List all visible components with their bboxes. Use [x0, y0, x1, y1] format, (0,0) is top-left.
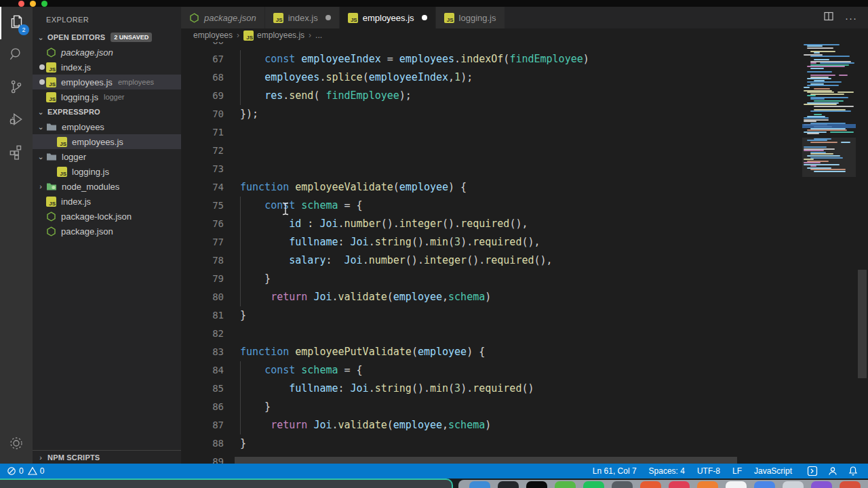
code-line-79[interactable]: 79 } — [181, 270, 868, 288]
open-editor-item-index.js[interactable]: JSindex.js — [33, 60, 181, 75]
line-number[interactable]: 88 — [181, 434, 224, 453]
breadcrumb-item-employees.js[interactable]: JSemployees.js — [243, 30, 304, 41]
code-line-73[interactable]: 73 — [181, 160, 868, 178]
minimap-visible-region[interactable] — [802, 138, 856, 177]
code-line-81[interactable]: 81} — [181, 306, 868, 325]
line-number[interactable]: 83 — [181, 343, 224, 361]
activity-extensions-button[interactable] — [0, 137, 33, 169]
activity-search-button[interactable] — [0, 39, 33, 72]
activity-settings-button[interactable] — [0, 428, 33, 461]
line-number[interactable]: 82 — [181, 325, 224, 343]
open-editor-item-package.json[interactable]: package.json — [33, 45, 181, 60]
code-line-76[interactable]: 76 id : Joi.number().integer().required(… — [181, 215, 868, 233]
code-line-80[interactable]: 80 return Joi.validate(employee,schema) — [181, 288, 868, 306]
line-number[interactable]: 84 — [181, 361, 224, 380]
breadcrumb-item-...[interactable]: ... — [315, 30, 322, 40]
code-line-77[interactable]: 77 fullname: Joi.string().min(3).require… — [181, 233, 868, 251]
line-number[interactable]: 74 — [181, 178, 224, 197]
split-editor-icon[interactable] — [823, 11, 834, 24]
status-encoding[interactable]: UTF-8 — [697, 466, 720, 476]
code-line-86[interactable]: 86 } — [181, 398, 868, 416]
activity-source-control-button[interactable] — [0, 72, 33, 104]
dock-app-icon[interactable] — [640, 481, 661, 488]
tab-package.json[interactable]: package.json — [181, 7, 265, 28]
line-number[interactable]: 72 — [181, 142, 224, 160]
code-line-88[interactable]: 88} — [181, 434, 868, 453]
status-language-mode[interactable]: JavaScript — [754, 466, 792, 476]
code-line-87[interactable]: 87 return Joi.validate(employee,schema) — [181, 416, 868, 434]
code-line-85[interactable]: 85 fullname: Joi.string().min(3).require… — [181, 380, 868, 398]
status-eol[interactable]: LF — [732, 466, 742, 476]
minimize-window-button[interactable] — [30, 1, 36, 7]
status-indentation[interactable]: Spaces: 4 — [649, 466, 685, 476]
activity-explorer-button[interactable]: 2 — [0, 7, 33, 39]
line-number[interactable]: 78 — [181, 251, 224, 270]
code-line-67[interactable]: 67 const employeeIndex = employees.index… — [181, 50, 868, 68]
line-number[interactable]: 89 — [181, 453, 224, 464]
dock-app-icon[interactable] — [469, 481, 490, 488]
tree-item-logging.js[interactable]: JSlogging.js — [33, 164, 181, 179]
dock-app-icon[interactable] — [840, 481, 861, 488]
dock-app-icon[interactable] — [811, 481, 832, 488]
status-errors[interactable]: 0 — [7, 466, 24, 476]
open-editor-item-logging.js[interactable]: JSlogging.jslogger — [33, 89, 181, 104]
code-line-83[interactable]: 83function employeePutValidate(employee)… — [181, 343, 868, 361]
dock-app-icon[interactable] — [498, 481, 519, 488]
line-number[interactable]: 76 — [181, 215, 224, 233]
npm-scripts-header[interactable]: › NPM SCRIPTS — [33, 450, 181, 464]
line-number[interactable]: 67 — [181, 50, 224, 68]
line-number[interactable]: 87 — [181, 416, 224, 434]
code-editor[interactable]: 6667 const employeeIndex = employees.ind… — [181, 42, 868, 464]
horizontal-scrollbar[interactable] — [235, 457, 737, 464]
tab-logging.js[interactable]: JSlogging.js — [436, 7, 505, 28]
dock-app-icon[interactable] — [612, 481, 633, 488]
modified-dot[interactable] — [326, 15, 331, 20]
line-number[interactable]: 75 — [181, 197, 224, 215]
tab-index.js[interactable]: JSindex.js — [265, 7, 340, 28]
code-line-71[interactable]: 71 — [181, 123, 868, 142]
dock-app-icon[interactable] — [726, 481, 747, 488]
dock-app-icon[interactable] — [583, 481, 604, 488]
code-line-66[interactable]: 66 — [181, 42, 868, 50]
code-line-78[interactable]: 78 salary: Joi.number().integer().requir… — [181, 251, 868, 270]
feedback-icon[interactable] — [807, 466, 818, 476]
dock-app-icon[interactable] — [783, 481, 804, 488]
dock-app-icon[interactable] — [526, 481, 547, 488]
tab-employees.js[interactable]: JSemployees.js — [340, 7, 436, 28]
line-number[interactable]: 66 — [181, 42, 224, 50]
bell-icon[interactable] — [848, 466, 859, 476]
tree-item-logger[interactable]: ⌄logger — [33, 149, 181, 164]
code-line-69[interactable]: 69 res.send( findEmployee); — [181, 87, 868, 105]
tree-item-employees.js[interactable]: JSemployees.js — [33, 134, 181, 149]
code-line-82[interactable]: 82 — [181, 325, 868, 343]
code-line-70[interactable]: 70}); — [181, 105, 868, 123]
status-warnings[interactable]: 0 — [28, 466, 45, 476]
status-cursor-position[interactable]: Ln 61, Col 7 — [593, 466, 637, 476]
line-number[interactable]: 69 — [181, 87, 224, 105]
tree-item-package-lock.json[interactable]: package-lock.json — [33, 209, 181, 224]
tree-item-node_modules[interactable]: ›node_modules — [33, 179, 181, 194]
more-actions-icon[interactable]: ··· — [845, 12, 857, 24]
code-line-74[interactable]: 74function employeeValidate(employee) { — [181, 178, 868, 197]
minimap[interactable] — [802, 42, 856, 205]
dock-app-icon[interactable] — [669, 481, 690, 488]
dock-app-icon[interactable] — [697, 481, 718, 488]
tree-item-package.json[interactable]: package.json — [33, 224, 181, 239]
line-number[interactable]: 77 — [181, 233, 224, 251]
workspace-header[interactable]: ⌄ EXPRESSPRO — [33, 104, 181, 119]
tree-item-index.js[interactable]: JSindex.js — [33, 194, 181, 209]
account-icon[interactable] — [827, 466, 838, 476]
activity-run-debug-button[interactable] — [0, 104, 33, 137]
line-number[interactable]: 79 — [181, 270, 224, 288]
modified-dot[interactable] — [422, 15, 427, 20]
dock-app-icon[interactable] — [754, 481, 775, 488]
line-number[interactable]: 71 — [181, 123, 224, 142]
line-number[interactable]: 73 — [181, 160, 224, 178]
line-number[interactable]: 80 — [181, 288, 224, 306]
line-number[interactable]: 86 — [181, 398, 224, 416]
vertical-scrollbar[interactable] — [858, 270, 867, 378]
code-line-84[interactable]: 84 const schema = { — [181, 361, 868, 380]
zoom-window-button[interactable] — [41, 1, 47, 7]
line-number[interactable]: 70 — [181, 105, 224, 123]
line-number[interactable]: 85 — [181, 380, 224, 398]
